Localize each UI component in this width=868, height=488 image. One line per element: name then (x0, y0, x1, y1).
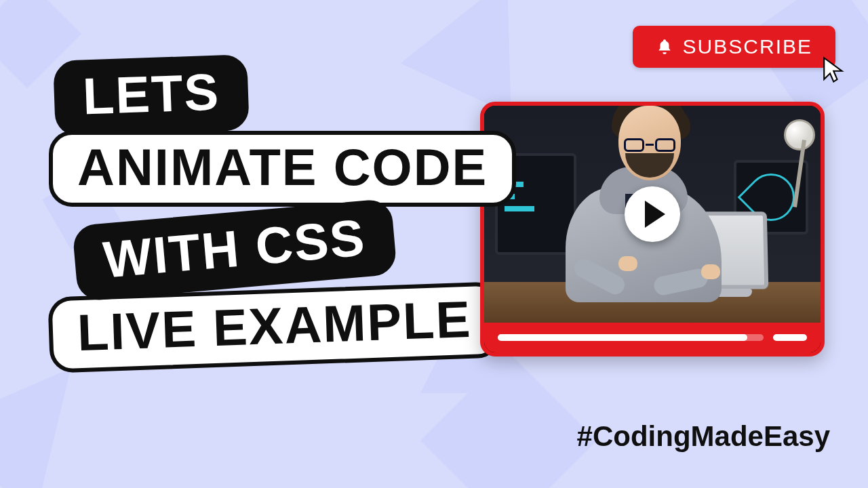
video-thumbnail-image (484, 106, 821, 323)
video-progress-bar[interactable] (484, 323, 821, 352)
headline-line-1: LETS (53, 54, 250, 137)
bell-icon (656, 38, 673, 56)
desk-lamp (784, 119, 815, 150)
progress-fill (498, 334, 747, 341)
progress-track[interactable] (498, 334, 764, 341)
subscribe-button[interactable]: SUBSCRIBE (633, 26, 835, 68)
subscribe-area: SUBSCRIBE (633, 26, 835, 68)
play-icon[interactable] (625, 186, 680, 242)
headline-stack: LETS ANIMATE CODE WITH CSS LIVE EXAMPLE (54, 58, 516, 365)
headline-line-2: ANIMATE CODE (49, 131, 516, 207)
hashtag-text: #CodingMadeEasy (577, 420, 830, 453)
subscribe-label: SUBSCRIBE (683, 35, 812, 58)
video-thumbnail-card[interactable] (480, 102, 825, 357)
progress-segment (773, 334, 807, 341)
cursor-icon (821, 56, 849, 87)
